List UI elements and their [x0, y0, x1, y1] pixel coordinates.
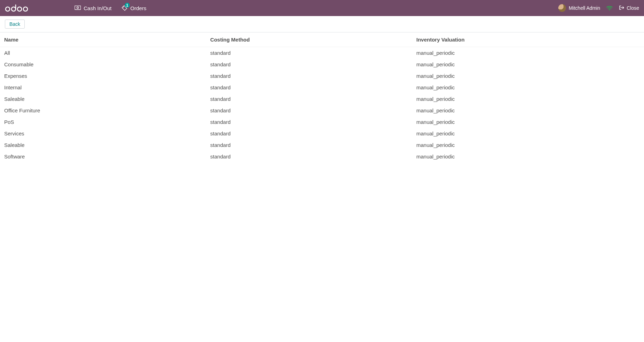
cell-costing: standard — [206, 47, 412, 59]
cell-costing: standard — [206, 105, 412, 116]
table-row[interactable]: Expensesstandardmanual_periodic — [0, 70, 644, 82]
user-menu[interactable]: Mitchell Admin — [558, 4, 600, 12]
svg-point-2 — [23, 7, 28, 11]
close-label: Close — [627, 5, 639, 11]
table-row[interactable]: Saleablestandardmanual_periodic — [0, 139, 644, 151]
svg-point-0 — [6, 7, 10, 11]
topbar: Cash In/Out 1 Orders Mitchell Admin Clos… — [0, 0, 644, 16]
cell-valuation: manual_periodic — [412, 151, 644, 162]
cash-in-out-button[interactable]: Cash In/Out — [75, 5, 112, 11]
table-row[interactable]: Softwarestandardmanual_periodic — [0, 151, 644, 162]
cell-valuation: manual_periodic — [412, 70, 644, 82]
table-row[interactable]: Internalstandardmanual_periodic — [0, 82, 644, 93]
cell-costing: standard — [206, 116, 412, 128]
cell-valuation: manual_periodic — [412, 139, 644, 151]
subbar: Back — [0, 16, 644, 32]
wifi-icon — [606, 6, 613, 10]
nav-left: Cash In/Out 1 Orders — [75, 5, 146, 11]
col-name[interactable]: Name — [0, 32, 206, 47]
col-valuation[interactable]: Inventory Valuation — [412, 32, 644, 47]
cell-valuation: manual_periodic — [412, 47, 644, 59]
cell-name: Services — [0, 128, 206, 139]
cell-name: Saleable — [0, 139, 206, 151]
svg-point-6 — [123, 7, 124, 7]
cell-valuation: manual_periodic — [412, 128, 644, 139]
table-row[interactable]: Servicesstandardmanual_periodic — [0, 128, 644, 139]
cell-name: Software — [0, 151, 206, 162]
cell-valuation: manual_periodic — [412, 105, 644, 116]
cell-name: All — [0, 47, 206, 59]
svg-point-1 — [17, 7, 22, 11]
orders-badge: 1 — [125, 3, 130, 8]
cell-costing: standard — [206, 82, 412, 93]
orders-label: Orders — [130, 5, 146, 11]
cell-valuation: manual_periodic — [412, 59, 644, 70]
nav-right: Mitchell Admin Close — [558, 4, 639, 12]
cell-costing: standard — [206, 70, 412, 82]
sign-out-icon — [619, 5, 624, 11]
cash-icon — [75, 6, 81, 10]
category-table: Name Costing Method Inventory Valuation … — [0, 32, 644, 162]
orders-button[interactable]: 1 Orders — [121, 5, 146, 11]
cell-name: Saleable — [0, 93, 206, 105]
svg-rect-4 — [75, 6, 81, 10]
col-costing[interactable]: Costing Method — [206, 32, 412, 47]
avatar — [558, 4, 566, 12]
cell-costing: standard — [206, 151, 412, 162]
user-name: Mitchell Admin — [569, 5, 600, 11]
cell-valuation: manual_periodic — [412, 93, 644, 105]
app-logo[interactable] — [5, 4, 29, 12]
svg-point-3 — [12, 7, 16, 11]
table-row[interactable]: Office Furniturestandardmanual_periodic — [0, 105, 644, 116]
cell-valuation: manual_periodic — [412, 116, 644, 128]
svg-point-5 — [77, 7, 79, 9]
table-row[interactable]: Allstandardmanual_periodic — [0, 47, 644, 59]
cell-name: Office Furniture — [0, 105, 206, 116]
svg-point-7 — [609, 10, 610, 10]
cell-costing: standard — [206, 139, 412, 151]
cell-name: Consumable — [0, 59, 206, 70]
table-header-row: Name Costing Method Inventory Valuation — [0, 32, 644, 47]
cell-name: Expenses — [0, 70, 206, 82]
cell-costing: standard — [206, 128, 412, 139]
cash-label: Cash In/Out — [84, 5, 112, 11]
cell-name: Internal — [0, 82, 206, 93]
cell-costing: standard — [206, 93, 412, 105]
odoo-logo-icon — [5, 4, 29, 12]
cell-valuation: manual_periodic — [412, 82, 644, 93]
cell-name: PoS — [0, 116, 206, 128]
cell-costing: standard — [206, 59, 412, 70]
back-button[interactable]: Back — [5, 20, 25, 29]
table-row[interactable]: PoSstandardmanual_periodic — [0, 116, 644, 128]
table-row[interactable]: Saleablestandardmanual_periodic — [0, 93, 644, 105]
table-row[interactable]: Consumablestandardmanual_periodic — [0, 59, 644, 70]
tag-icon: 1 — [121, 5, 128, 11]
close-button[interactable]: Close — [619, 5, 639, 11]
